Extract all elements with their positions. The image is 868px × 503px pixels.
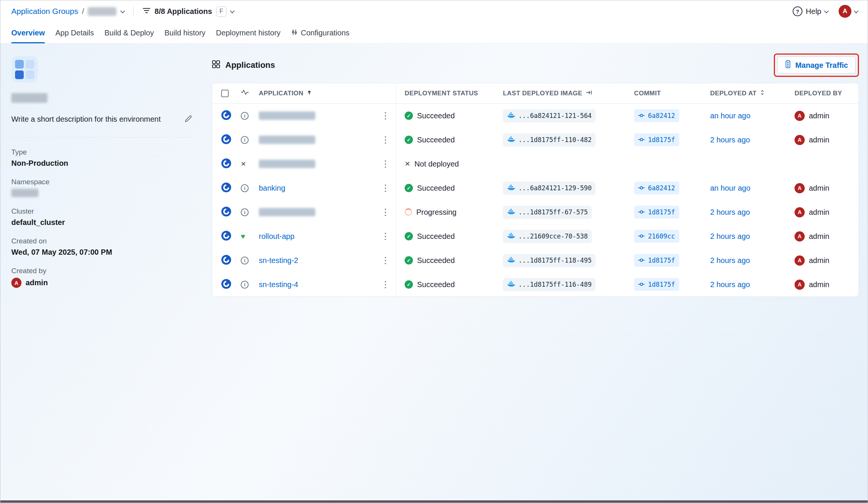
image-chip: ...6a824121-129-590 xyxy=(503,182,596,195)
commit-chip[interactable]: 21609cc xyxy=(634,230,679,243)
group-selector-dropdown[interactable] xyxy=(88,7,124,16)
deployed-at-link[interactable]: an hour ago xyxy=(710,184,750,193)
image-text: ...6a824121-129-590 xyxy=(518,184,591,192)
git-commit-icon xyxy=(638,281,645,288)
deployed-at-link[interactable]: 2 hours ago xyxy=(710,256,750,265)
sidebar-field: Cluster default_cluster xyxy=(11,207,192,227)
commit-chip[interactable]: 1d8175f xyxy=(634,206,679,219)
deployment-status-cell: ✓ Succeeded xyxy=(396,248,497,272)
deployed-by-cell: A admin xyxy=(788,200,853,224)
deployed-at-link[interactable]: an hour ago xyxy=(710,112,750,120)
environment-details: Type Non-Production Namespace Cluster de… xyxy=(11,148,192,288)
deployed-at-link[interactable]: 2 hours ago xyxy=(710,232,750,241)
table-row: ♥ rollout-app ⋮ ✓ Succeeded ...21609cce-… xyxy=(212,224,859,248)
redacted-application-name xyxy=(259,136,315,144)
pencil-icon[interactable] xyxy=(184,115,192,124)
deployed-by-cell: A admin xyxy=(788,224,853,248)
table-row: i ⋮ ✓ Succeeded ...1d8175ff-110-482 xyxy=(212,128,859,152)
manage-traffic-button[interactable]: Manage Traffic xyxy=(777,57,856,74)
tab-overview[interactable]: Overview xyxy=(11,22,45,43)
deployed-by-name: admin xyxy=(809,256,829,265)
table-row: i ⋮ Progressing ...1d8175ff-67-575 xyxy=(212,200,859,224)
kebab-menu-icon[interactable]: ⋮ xyxy=(381,256,390,265)
commit-chip[interactable]: 1d8175f xyxy=(634,254,679,267)
field-label: Created on xyxy=(11,237,192,245)
field-value: Non-Production xyxy=(11,159,68,168)
deployed-by-cell: A admin xyxy=(788,272,853,297)
deployed-at-link[interactable]: 2 hours ago xyxy=(710,280,750,289)
commit-chip[interactable]: 1d8175f xyxy=(634,278,679,291)
deployed-at-link[interactable]: 2 hours ago xyxy=(710,208,750,217)
description-placeholder: Write a short description for this envir… xyxy=(11,113,173,125)
breadcrumb-application-groups[interactable]: Application Groups xyxy=(11,7,78,16)
deployed-by-name: admin xyxy=(809,112,829,120)
kebab-menu-icon[interactable]: ⋮ xyxy=(381,208,390,217)
application-link[interactable]: sn-testing-4 xyxy=(259,280,298,289)
info-icon: i xyxy=(241,281,249,289)
deployed-by-avatar: A xyxy=(795,255,805,266)
applications-filter-label: 8/8 Applications xyxy=(154,7,212,16)
tab-deployment-history[interactable]: Deployment history xyxy=(216,22,280,43)
info-icon: i xyxy=(241,136,249,144)
tab-build-history[interactable]: Build history xyxy=(164,22,205,43)
filter-icon xyxy=(143,8,150,15)
docker-whale-icon xyxy=(507,136,515,144)
info-icon: i xyxy=(241,208,249,216)
commit-chip[interactable]: 6a82412 xyxy=(634,182,679,194)
git-commit-icon xyxy=(638,184,645,192)
image-text: ...6a824121-121-564 xyxy=(518,112,591,119)
kebab-menu-icon[interactable]: ⋮ xyxy=(381,111,390,120)
deployed-by-name: admin xyxy=(809,280,829,289)
tab-configurations[interactable]: Configurations xyxy=(291,22,350,43)
deployed-at-link[interactable]: 2 hours ago xyxy=(710,136,750,144)
select-all-checkbox[interactable] xyxy=(221,90,229,97)
tab-label: Overview xyxy=(11,29,45,37)
keyboard-shortcut-badge: F xyxy=(216,6,226,17)
application-link[interactable]: rollout-app xyxy=(259,232,295,241)
application-link[interactable]: banking xyxy=(259,184,285,193)
divider xyxy=(11,137,192,138)
commit-text: 1d8175f xyxy=(648,208,675,216)
applications-filter-dropdown[interactable]: 8/8 Applications F xyxy=(143,6,234,17)
tab-build-deploy[interactable]: Build & Deploy xyxy=(104,22,154,43)
user-avatar: A xyxy=(839,5,851,18)
kebab-menu-icon[interactable]: ⋮ xyxy=(381,232,390,241)
kebab-menu-icon[interactable]: ⋮ xyxy=(381,183,390,193)
grid-icon xyxy=(212,60,220,71)
field-label: Created by xyxy=(11,267,192,275)
kebab-menu-icon[interactable]: ⋮ xyxy=(381,159,390,168)
table-row: i ⋮ ✓ Succeeded ...6a824121-121-564 xyxy=(212,104,859,128)
succeeded-icon: ✓ xyxy=(405,184,413,192)
tab-app-details[interactable]: App Details xyxy=(55,22,94,43)
deployed-by-cell: A admin xyxy=(788,128,853,152)
devtron-logo-icon xyxy=(221,182,231,194)
manage-traffic-label: Manage Traffic xyxy=(795,61,848,70)
status-text: Succeeded xyxy=(417,184,455,193)
help-menu[interactable]: ? Help xyxy=(793,6,828,16)
application-link[interactable]: sn-testing-2 xyxy=(259,256,298,265)
deployed-by-avatar: A xyxy=(795,280,805,290)
progressing-icon xyxy=(405,208,412,216)
column-deployed-at[interactable]: DEPLOYED AT xyxy=(703,83,788,103)
chevron-down-icon xyxy=(230,8,235,13)
status-text: Succeeded xyxy=(417,256,455,265)
traffic-signal-icon xyxy=(785,60,791,70)
tab-label: Build history xyxy=(164,29,205,37)
divider xyxy=(133,6,134,16)
commit-chip[interactable]: 6a82412 xyxy=(634,109,679,122)
user-menu[interactable]: A xyxy=(839,5,858,18)
column-application[interactable]: APPLICATION xyxy=(259,83,375,103)
kebab-menu-icon[interactable]: ⋮ xyxy=(381,135,390,144)
image-text: ...1d8175ff-67-575 xyxy=(518,208,588,216)
commit-chip[interactable]: 1d8175f xyxy=(634,133,679,146)
deployed-by-cell: A admin xyxy=(788,248,853,272)
image-text: ...1d8175ff-110-482 xyxy=(518,136,591,144)
commit-text: 1d8175f xyxy=(648,257,675,264)
health-heart-icon: ♥ xyxy=(241,232,245,241)
docker-whale-icon xyxy=(507,281,515,289)
tab-bar: Overview App Details Build & Deploy Buil… xyxy=(0,22,868,44)
kebab-menu-icon[interactable]: ⋮ xyxy=(381,280,390,289)
succeeded-icon: ✓ xyxy=(405,256,413,264)
commit-text: 6a82412 xyxy=(648,184,675,192)
main-content: Applications Manage Traffic APPLICATION xyxy=(212,44,868,503)
